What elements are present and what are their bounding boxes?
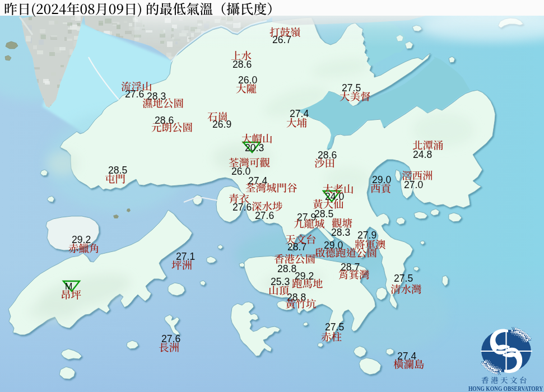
svg-text:28.6: 28.6 bbox=[233, 59, 252, 70]
svg-text:27.0: 27.0 bbox=[404, 179, 423, 190]
svg-text:27.9: 27.9 bbox=[297, 212, 316, 223]
svg-text:26.9: 26.9 bbox=[212, 119, 231, 130]
svg-text:28.5: 28.5 bbox=[314, 208, 333, 220]
svg-text:29.0: 29.0 bbox=[372, 174, 391, 185]
svg-text:28.5: 28.5 bbox=[108, 165, 127, 176]
svg-text:27.5: 27.5 bbox=[325, 321, 344, 333]
svg-text:28.6: 28.6 bbox=[318, 150, 337, 161]
svg-text:20.3: 20.3 bbox=[245, 142, 264, 153]
svg-text:27.1: 27.1 bbox=[176, 251, 195, 262]
svg-text:27.5: 27.5 bbox=[394, 273, 413, 284]
svg-text:24.8: 24.8 bbox=[413, 149, 432, 160]
svg-text:28.8: 28.8 bbox=[277, 263, 296, 274]
svg-text:27.9: 27.9 bbox=[357, 230, 376, 241]
svg-text:27.6: 27.6 bbox=[125, 88, 144, 100]
svg-text:HONG KONG OBSERVATORY: HONG KONG OBSERVATORY bbox=[468, 385, 543, 392]
svg-text:27.4: 27.4 bbox=[290, 108, 309, 119]
svg-text:27.6: 27.6 bbox=[233, 202, 252, 213]
svg-text:M: M bbox=[65, 282, 72, 291]
svg-text:27.6: 27.6 bbox=[255, 210, 274, 221]
svg-text:28.3: 28.3 bbox=[331, 227, 350, 238]
